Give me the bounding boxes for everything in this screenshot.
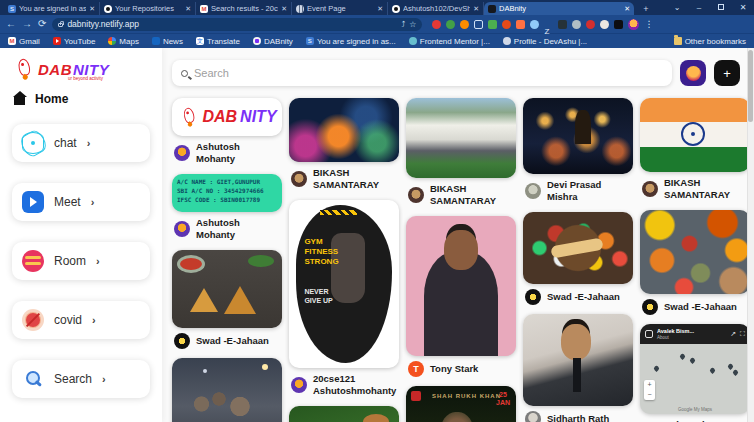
tab-dabnity-active[interactable]: DABnity ✕ [484, 2, 634, 15]
avatar[interactable]: T [408, 361, 424, 377]
avatar[interactable] [642, 299, 658, 315]
page-scrollbar[interactable] [747, 48, 754, 422]
bookmark-gmail[interactable]: Gmail [8, 37, 40, 46]
new-tab-button[interactable]: + [640, 3, 652, 15]
zoom-out-button[interactable]: − [644, 390, 655, 400]
search-input[interactable] [194, 67, 663, 79]
wifi-extension-icon[interactable] [530, 20, 539, 29]
pin-image[interactable]: DAB NITY [172, 98, 282, 136]
pin-author[interactable]: BIKASH SAMANTARAY [430, 183, 514, 207]
pin-author[interactable]: Swad -E-Jahaan [547, 291, 620, 303]
browser-profile-avatar[interactable] [628, 19, 639, 30]
map-pin-icon[interactable] [689, 357, 696, 364]
sidebar-item-room[interactable]: Room › [12, 242, 150, 280]
avatar[interactable] [291, 377, 307, 393]
close-window-button[interactable]: ✕ [732, 0, 754, 15]
pin-image[interactable] [406, 98, 516, 178]
extension-icon[interactable] [614, 20, 623, 29]
tab-close-icon[interactable]: ✕ [377, 5, 383, 13]
other-bookmarks[interactable]: Other bookmarks [674, 37, 746, 46]
pin-image[interactable]: GYM FITNESS STRONG NEVER GIVE UP [289, 200, 399, 368]
bookmark-profile[interactable]: Profile - DevAshu |... [503, 37, 587, 46]
pin-image[interactable] [289, 98, 399, 162]
extension-icon[interactable] [558, 20, 567, 29]
screenshot-extension-icon[interactable] [474, 20, 483, 29]
url-text[interactable]: dabnityy.netlify.app [67, 19, 397, 29]
tab-close-icon[interactable]: ✕ [281, 5, 287, 13]
map-pin-icon[interactable] [732, 369, 739, 376]
map-frame-icon[interactable] [645, 330, 653, 338]
avatar[interactable] [408, 187, 424, 203]
extension-icon[interactable] [516, 20, 525, 29]
bookmark-translate[interactable]: Translate [196, 37, 240, 46]
pin-image[interactable] [523, 314, 633, 406]
extension-icon[interactable] [502, 20, 511, 29]
avatar[interactable] [525, 411, 541, 422]
sidebar-item-meet[interactable]: Meet › [12, 183, 150, 221]
pin-author[interactable]: Devi Prasad Mishra [547, 179, 631, 203]
tab-search-chevron-icon[interactable]: ⌄ [666, 0, 688, 15]
pin-image[interactable] [640, 210, 750, 294]
bookmark-star-icon[interactable]: ☆ [409, 20, 416, 29]
tab-close-icon[interactable]: ✕ [89, 5, 95, 13]
extension-icon[interactable] [432, 20, 441, 29]
extension-icon[interactable] [446, 20, 455, 29]
tab-event-page[interactable]: Event Page ✕ [292, 2, 388, 15]
fullscreen-icon[interactable]: ⛶ [740, 330, 745, 338]
pin-author[interactable]: Ashutosh Mohanty [196, 141, 280, 165]
back-icon[interactable]: ← [6, 15, 16, 33]
pin-author-line1[interactable]: 20cse121 [313, 373, 396, 385]
tab-search-results[interactable]: Search results - 20cse121... ✕ [196, 2, 292, 15]
tab-close-icon[interactable]: ✕ [624, 5, 630, 13]
pin-author[interactable]: Tony Stark [430, 363, 478, 375]
add-pin-button[interactable]: + [714, 60, 740, 86]
share-icon[interactable]: ⤴ [401, 20, 405, 29]
dabnity-logo[interactable]: DAB NITY ur beyond activity [12, 58, 150, 80]
pin-author[interactable]: BIKASH SAMANTARAY [664, 177, 748, 201]
tab-close-icon[interactable]: ✕ [185, 5, 191, 13]
pin-author[interactable]: Sidharth Rath [547, 413, 609, 422]
bookmark-frontend-mentor[interactable]: Frontend Mentor |... [409, 37, 490, 46]
maximize-button[interactable] [710, 0, 732, 15]
sidebar-item-search[interactable]: Search › [12, 360, 150, 398]
reload-icon[interactable]: ⟳ [38, 15, 46, 33]
map-about-label[interactable]: About [657, 335, 726, 340]
sidebar-item-covid[interactable]: covid › [12, 301, 150, 339]
tab-signed-in[interactable]: You are signed in as 20CS... ✕ [4, 2, 100, 15]
map-zoom-control[interactable]: + − [644, 380, 655, 400]
share-icon[interactable]: ↗ [730, 330, 736, 338]
extension-icon[interactable] [572, 20, 581, 29]
pin-image[interactable] [172, 358, 282, 422]
pin-author[interactable]: BIKASH SAMANTARAY [313, 167, 397, 191]
avatar[interactable] [642, 181, 658, 197]
sidebar-item-chat[interactable]: chat › [12, 124, 150, 162]
zotero-extension-icon[interactable] [544, 20, 553, 29]
bookmark-signed-in[interactable]: You are signed in as... [306, 37, 396, 46]
scrollbar-thumb[interactable] [748, 50, 753, 122]
pin-image[interactable] [406, 216, 516, 356]
pin-author-line2[interactable]: Ashutoshmohanty [313, 385, 396, 397]
extension-icon[interactable] [586, 20, 595, 29]
avatar[interactable] [291, 171, 307, 187]
map-pin-icon[interactable] [709, 367, 716, 374]
tab-devshare-repo[interactable]: Ashutosh102/DevShare-Fu... ✕ [388, 2, 484, 15]
user-avatar-button[interactable] [680, 60, 706, 86]
extension-icon[interactable] [460, 20, 469, 29]
pin-author[interactable]: Swad -E-Jahaan [664, 301, 737, 313]
bookmark-dabnity[interactable]: DABnity [253, 37, 293, 46]
pin-author[interactable]: Ashutosh Mohanty [196, 217, 280, 241]
pin-author[interactable]: Swad -E-Jahaan [196, 335, 269, 347]
tab-close-icon[interactable]: ✕ [473, 5, 479, 13]
tab-your-repositories[interactable]: Your Repositories ✕ [100, 2, 196, 15]
pin-image[interactable]: SHAH RUKH KHAN 25 JAN [406, 386, 516, 422]
pin-image[interactable]: Avalek Bism... About ↗ ⛶ [640, 324, 750, 414]
bookmark-news[interactable]: News [152, 37, 183, 46]
map-pin-icon[interactable] [679, 353, 686, 360]
zoom-in-button[interactable]: + [644, 380, 655, 390]
avatar[interactable] [174, 221, 190, 237]
avatar[interactable] [174, 333, 190, 349]
extension-icon[interactable] [488, 20, 497, 29]
minimize-button[interactable]: – [688, 0, 710, 15]
search-box[interactable] [172, 60, 672, 86]
forward-icon[interactable]: → [22, 15, 32, 33]
